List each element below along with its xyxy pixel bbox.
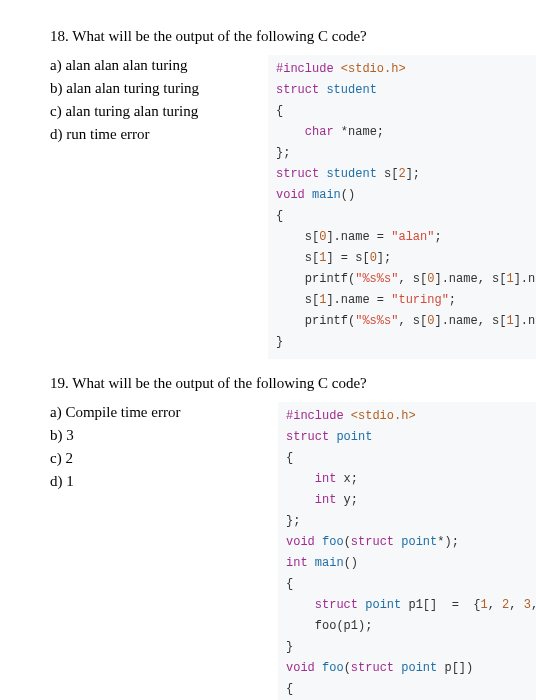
question-number: 18. bbox=[50, 28, 69, 44]
question-18-code: #include <stdio.h> struct student { char… bbox=[268, 55, 536, 359]
option-d: d) 1 bbox=[50, 471, 268, 492]
option-c: c) alan turing alan turing bbox=[50, 101, 258, 122]
question-19-prompt: 19. What will be the output of the follo… bbox=[50, 375, 536, 392]
option-d: d) run time error bbox=[50, 124, 258, 145]
option-b: b) alan alan turing turing bbox=[50, 78, 258, 99]
option-a: a) Compile time error bbox=[50, 402, 268, 423]
option-b: b) 3 bbox=[50, 425, 268, 446]
question-number: 19. bbox=[50, 375, 69, 391]
question-18-prompt: 18. What will be the output of the follo… bbox=[50, 28, 536, 45]
question-19: 19. What will be the output of the follo… bbox=[50, 375, 536, 700]
question-18-options: a) alan alan alan turing b) alan alan tu… bbox=[50, 55, 268, 147]
question-text: What will be the output of the following… bbox=[72, 28, 367, 44]
question-19-code: #include <stdio.h> struct point { int x;… bbox=[278, 402, 536, 700]
question-19-options: a) Compile time error b) 3 c) 2 d) 1 bbox=[50, 402, 278, 494]
option-a: a) alan alan alan turing bbox=[50, 55, 258, 76]
question-18: 18. What will be the output of the follo… bbox=[50, 28, 536, 359]
option-c: c) 2 bbox=[50, 448, 268, 469]
question-text: What will be the output of the following… bbox=[72, 375, 367, 391]
